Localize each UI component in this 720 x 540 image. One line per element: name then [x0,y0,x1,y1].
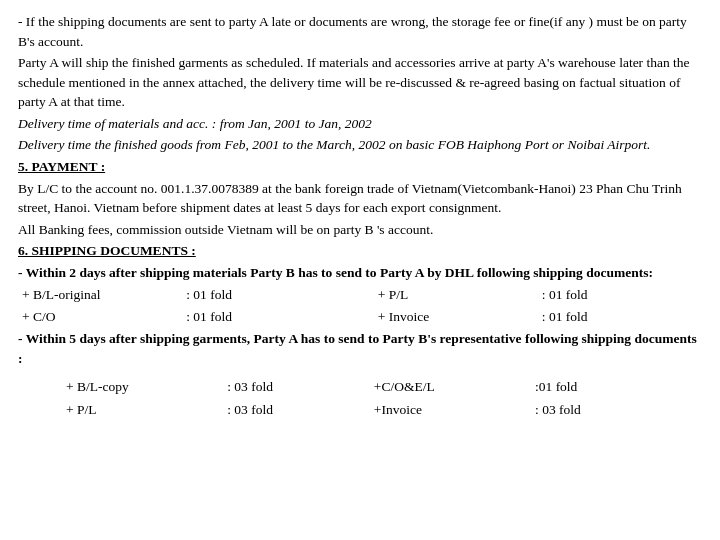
row1-col1: + B/L-original [18,284,182,306]
row2-col4: : 01 fold [538,306,702,328]
table-row-1: + B/L-original : 01 fold + P/L : 01 fold [18,284,702,306]
row2-col3: + Invoice [374,306,538,328]
paragraph-8: - Within 5 days after shipping garments,… [18,329,702,368]
section6-heading: 6. SHIPPING DOCUMENTS : [18,241,702,261]
page-content: - If the shipping documents are sent to … [0,0,720,540]
table-row-2: + C/O : 01 fold + Invoice : 01 fold [18,306,702,328]
shipping-docs-table-1: + B/L-original : 01 fold + P/L : 01 fold… [18,284,702,327]
row1-col4: : 01 fold [538,284,702,306]
shipping-docs-table-2: + B/L-copy : 03 fold +C/O&E/L :01 fold +… [58,375,674,422]
bt-row-1: + B/L-copy : 03 fold +C/O&E/L :01 fold [58,375,674,399]
btrow2-col4: : 03 fold [527,398,674,422]
text-para4: Delivery time the finished goods from Fe… [18,137,650,152]
text-para7: - Within 2 days after shipping materials… [18,265,653,280]
text-para6: All Banking fees, commission outside Vie… [18,222,433,237]
paragraph-3-italic: Delivery time of materials and acc. : fr… [18,114,702,134]
text-para1: - If the shipping documents are sent to … [18,14,687,49]
row2-col1: + C/O [18,306,182,328]
section5-heading: 5. PAYMENT : [18,157,702,177]
text-para8: - Within 5 days after shipping garments,… [18,331,697,366]
btrow1-col4: :01 fold [527,375,674,399]
section5-label: 5. PAYMENT : [18,159,105,174]
text-para2: Party A will ship the finished garments … [18,55,690,109]
row1-col3: + P/L [374,284,538,306]
text-para3: Delivery time of materials and acc. : fr… [18,116,372,131]
bt-row-2: + P/L : 03 fold +Invoice : 03 fold [58,398,674,422]
paragraph-6: All Banking fees, commission outside Vie… [18,220,702,240]
btrow1-col1: + B/L-copy [58,375,219,399]
btrow1-col2: : 03 fold [219,375,366,399]
paragraph-2: Party A will ship the finished garments … [18,53,702,112]
paragraph-1: - If the shipping documents are sent to … [18,12,702,51]
paragraph-5: By L/C to the account no. 001.1.37.00783… [18,179,702,218]
text-para5: By L/C to the account no. 001.1.37.00783… [18,181,682,216]
btrow2-col2: : 03 fold [219,398,366,422]
paragraph-4-italic: Delivery time the finished goods from Fe… [18,135,702,155]
row1-col2: : 01 fold [182,284,374,306]
btrow2-col1: + P/L [58,398,219,422]
section6-label: 6. SHIPPING DOCUMENTS : [18,243,196,258]
paragraph-7: - Within 2 days after shipping materials… [18,263,702,283]
row2-col2: : 01 fold [182,306,374,328]
btrow1-col3: +C/O&E/L [366,375,527,399]
btrow2-col3: +Invoice [366,398,527,422]
